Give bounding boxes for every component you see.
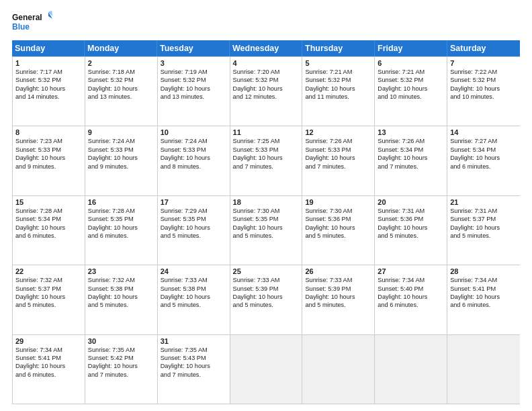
- cell-info-line: and 5 minutes.: [305, 301, 371, 309]
- cell-info-line: Daylight: 10 hours: [450, 85, 517, 93]
- calendar-cell-12: 12Sunrise: 7:26 AMSunset: 5:33 PMDayligh…: [302, 126, 375, 195]
- cell-info-line: Sunset: 5:39 PM: [233, 285, 300, 293]
- calendar-cell-5: 5Sunrise: 7:21 AMSunset: 5:32 PMDaylight…: [302, 57, 375, 126]
- cell-info-line: Sunset: 5:36 PM: [305, 215, 371, 223]
- header-day-saturday: Saturday: [447, 40, 520, 56]
- cell-info-line: Sunset: 5:41 PM: [450, 285, 517, 293]
- cell-info-line: Sunrise: 7:30 AM: [305, 207, 371, 215]
- cell-info-line: and 7 minutes.: [305, 163, 371, 171]
- calendar-cell-20: 20Sunrise: 7:31 AMSunset: 5:36 PMDayligh…: [375, 196, 447, 265]
- cell-info-line: and 5 minutes.: [161, 232, 227, 240]
- cell-info-line: Sunrise: 7:22 AM: [450, 68, 517, 76]
- cell-info-line: Sunrise: 7:30 AM: [233, 207, 300, 215]
- cell-info-line: Sunset: 5:33 PM: [88, 146, 154, 154]
- cell-info-line: Sunrise: 7:35 AM: [88, 346, 154, 354]
- cell-info-line: Sunrise: 7:20 AM: [233, 68, 300, 76]
- cell-info-line: Sunset: 5:38 PM: [161, 285, 227, 293]
- calendar-cell-17: 17Sunrise: 7:29 AMSunset: 5:35 PMDayligh…: [158, 196, 230, 265]
- cell-info-line: Sunset: 5:34 PM: [15, 215, 82, 223]
- cell-info-line: Sunset: 5:32 PM: [450, 76, 517, 84]
- calendar-cell-9: 9Sunrise: 7:24 AMSunset: 5:33 PMDaylight…: [85, 126, 158, 195]
- day-number: 9: [88, 128, 154, 136]
- cell-info-line: Daylight: 10 hours: [305, 293, 371, 301]
- day-number: 11: [233, 128, 300, 136]
- calendar-cell-13: 13Sunrise: 7:26 AMSunset: 5:34 PMDayligh…: [375, 126, 447, 195]
- day-number: 3: [161, 59, 227, 67]
- calendar-cell-24: 24Sunrise: 7:33 AMSunset: 5:38 PMDayligh…: [158, 265, 230, 334]
- header-day-sunday: Sunday: [12, 40, 85, 56]
- cell-info-line: Sunrise: 7:24 AM: [161, 137, 227, 145]
- cell-info-line: Daylight: 10 hours: [88, 293, 154, 301]
- cell-info-line: Sunset: 5:34 PM: [450, 146, 517, 154]
- cell-info-line: Daylight: 10 hours: [88, 154, 154, 162]
- cell-info-line: and 5 minutes.: [15, 301, 82, 309]
- day-number: 10: [161, 128, 227, 136]
- day-number: 24: [161, 267, 227, 275]
- day-number: 17: [161, 198, 227, 206]
- calendar-cell-14: 14Sunrise: 7:27 AMSunset: 5:34 PMDayligh…: [447, 126, 520, 195]
- calendar-row-4: 22Sunrise: 7:32 AMSunset: 5:37 PMDayligh…: [13, 265, 520, 334]
- calendar-cell-empty-5: [375, 335, 447, 404]
- cell-info-line: Sunset: 5:32 PM: [378, 76, 444, 84]
- calendar-cell-1: 1Sunrise: 7:17 AMSunset: 5:32 PMDaylight…: [13, 57, 85, 126]
- calendar-row-5: 29Sunrise: 7:34 AMSunset: 5:41 PMDayligh…: [13, 335, 520, 404]
- cell-info-line: Daylight: 10 hours: [15, 224, 82, 232]
- cell-info-line: Sunrise: 7:35 AM: [161, 346, 227, 354]
- cell-info-line: Sunrise: 7:31 AM: [450, 207, 517, 215]
- calendar-cell-18: 18Sunrise: 7:30 AMSunset: 5:35 PMDayligh…: [230, 196, 303, 265]
- day-number: 12: [305, 128, 371, 136]
- cell-info-line: and 10 minutes.: [378, 93, 444, 101]
- cell-info-line: Daylight: 10 hours: [233, 154, 300, 162]
- cell-info-line: Sunset: 5:32 PM: [305, 76, 371, 84]
- cell-info-line: and 5 minutes.: [233, 301, 300, 309]
- header-day-tuesday: Tuesday: [157, 40, 230, 56]
- calendar-cell-empty-6: [447, 335, 520, 404]
- svg-text:General: General: [12, 13, 42, 22]
- cell-info-line: Sunrise: 7:33 AM: [305, 276, 371, 284]
- cell-info-line: Sunset: 5:33 PM: [233, 146, 300, 154]
- cell-info-line: Sunrise: 7:31 AM: [378, 207, 444, 215]
- cell-info-line: Daylight: 10 hours: [305, 154, 371, 162]
- day-number: 31: [161, 337, 227, 345]
- cell-info-line: Daylight: 10 hours: [88, 224, 154, 232]
- cell-info-line: Sunset: 5:37 PM: [450, 215, 517, 223]
- cell-info-line: and 5 minutes.: [450, 232, 517, 240]
- cell-info-line: Sunset: 5:35 PM: [161, 215, 227, 223]
- day-number: 8: [15, 128, 82, 136]
- cell-info-line: Sunset: 5:32 PM: [88, 76, 154, 84]
- calendar-header: SundayMondayTuesdayWednesdayThursdayFrid…: [12, 40, 520, 56]
- day-number: 13: [378, 128, 444, 136]
- cell-info-line: Daylight: 10 hours: [233, 224, 300, 232]
- calendar-cell-16: 16Sunrise: 7:28 AMSunset: 5:35 PMDayligh…: [85, 196, 158, 265]
- calendar-cell-30: 30Sunrise: 7:35 AMSunset: 5:42 PMDayligh…: [85, 335, 158, 404]
- day-number: 18: [233, 198, 300, 206]
- cell-info-line: Sunset: 5:41 PM: [15, 354, 82, 362]
- day-number: 30: [88, 337, 154, 345]
- calendar-cell-7: 7Sunrise: 7:22 AMSunset: 5:32 PMDaylight…: [447, 57, 520, 126]
- day-number: 29: [15, 337, 82, 345]
- cell-info-line: Sunset: 5:32 PM: [161, 76, 227, 84]
- cell-info-line: Sunrise: 7:28 AM: [88, 207, 154, 215]
- day-number: 6: [378, 59, 444, 67]
- cell-info-line: Daylight: 10 hours: [378, 224, 444, 232]
- cell-info-line: Sunrise: 7:18 AM: [88, 68, 154, 76]
- calendar-cell-23: 23Sunrise: 7:32 AMSunset: 5:38 PMDayligh…: [85, 265, 158, 334]
- cell-info-line: Sunrise: 7:34 AM: [450, 276, 517, 284]
- day-number: 27: [378, 267, 444, 275]
- calendar-cell-4: 4Sunrise: 7:20 AMSunset: 5:32 PMDaylight…: [230, 57, 303, 126]
- cell-info-line: Daylight: 10 hours: [161, 154, 227, 162]
- day-number: 19: [305, 198, 371, 206]
- cell-info-line: Sunrise: 7:19 AM: [161, 68, 227, 76]
- header-day-monday: Monday: [85, 40, 157, 56]
- day-number: 2: [88, 59, 154, 67]
- cell-info-line: Sunset: 5:33 PM: [305, 146, 371, 154]
- cell-info-line: and 6 minutes.: [450, 301, 517, 309]
- calendar-cell-empty-3: [230, 335, 303, 404]
- day-number: 15: [15, 198, 82, 206]
- cell-info-line: Sunset: 5:32 PM: [233, 76, 300, 84]
- header-day-thursday: Thursday: [302, 40, 375, 56]
- calendar-row-1: 1Sunrise: 7:17 AMSunset: 5:32 PMDaylight…: [13, 57, 520, 126]
- logo-svg: General Blue: [12, 11, 52, 35]
- day-number: 14: [450, 128, 517, 136]
- cell-info-line: Daylight: 10 hours: [233, 293, 300, 301]
